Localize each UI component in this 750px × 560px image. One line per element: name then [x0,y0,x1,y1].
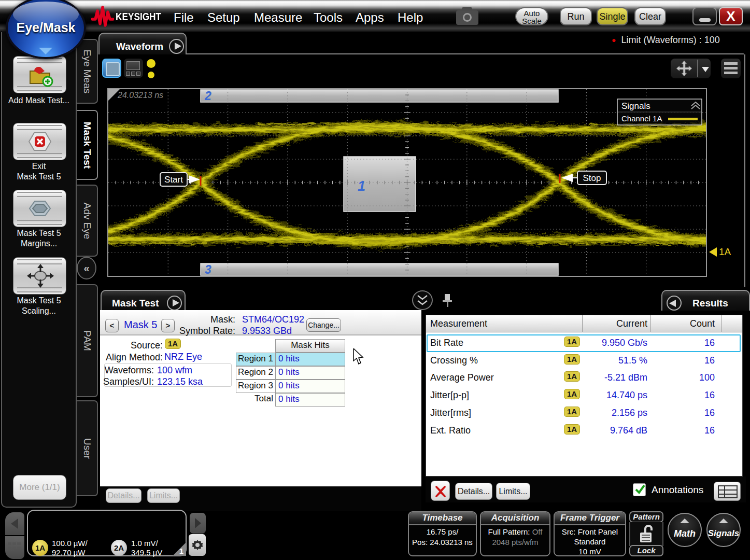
svg-text:24.03213 ns: 24.03213 ns [117,91,163,100]
svg-text:Channel 1A: Channel 1A [621,114,662,123]
svg-text:Start: Start [164,175,183,185]
svg-text:1: 1 [358,178,365,194]
svg-text:3: 3 [205,263,211,276]
svg-text:Stop: Stop [583,173,601,183]
svg-text:Signals: Signals [621,101,650,111]
svg-text:2: 2 [204,89,211,103]
